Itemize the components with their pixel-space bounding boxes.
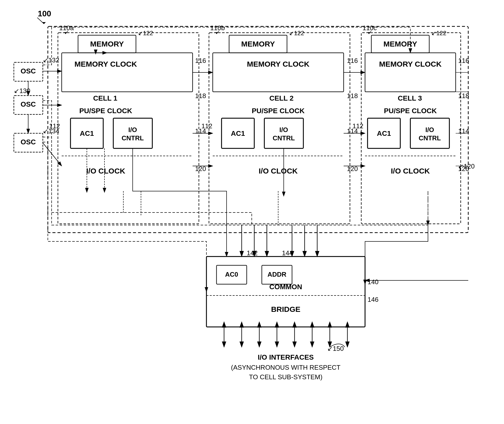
cell1-puspe: PU/SPE CLOCK <box>79 107 132 115</box>
cell2-io-clock: I/O CLOCK <box>259 167 298 175</box>
svg-marker-19 <box>215 32 218 34</box>
io-interfaces-sub2: TO CELL SUB-SYSTEM) <box>249 373 322 381</box>
cell2-ref116: 116 <box>347 57 358 64</box>
osc132-label: OSC <box>21 67 36 75</box>
cell2-memory-clock: MEMORY CLOCK <box>247 60 310 68</box>
svg-line-46 <box>43 143 62 166</box>
cell2-puspe: PU/SPE CLOCK <box>252 107 305 115</box>
diagram-container: 100 110a MEMORY ↙122 MEMORY CLOCK 116 CE… <box>0 0 504 424</box>
cell2-io-cntrl-line1: I/O <box>279 126 288 134</box>
svg-rect-21 <box>213 53 344 92</box>
common-label: COMMON <box>269 283 302 291</box>
cell3-ref112: 112 <box>352 122 363 130</box>
memory3-label: MEMORY <box>383 40 417 48</box>
cell2-label: CELL 2 <box>269 94 294 102</box>
osc134-ref: ↙134 <box>43 127 59 135</box>
cell1-ref118: 118 <box>195 92 206 100</box>
svg-rect-12 <box>62 53 193 92</box>
cell1-io-cntrl-line1: I/O <box>128 126 137 134</box>
cell3-memory-clock: MEMORY CLOCK <box>379 60 442 68</box>
addr-label: ADDR <box>267 271 286 278</box>
cell3-io-clock: I/O CLOCK <box>391 167 430 175</box>
svg-rect-7 <box>48 26 468 233</box>
io-interfaces-label: I/O INTERFACES <box>258 353 314 361</box>
cell3-ref118: 118 <box>458 92 469 100</box>
cell2-ref: 110b <box>210 24 225 32</box>
svg-rect-30 <box>365 53 456 92</box>
memory1-ref: ↙122 <box>138 30 153 36</box>
cell3-puspe: PU/SPE CLOCK <box>384 107 437 115</box>
memory1-label: MEMORY <box>90 40 124 48</box>
cell1-ref116: 116 <box>195 57 206 64</box>
cell1-label: CELL 1 <box>93 94 117 102</box>
osc130-ref: ↙130 <box>14 87 30 95</box>
io-interfaces-sub1: (ASYNCHRONOUS WITH RESPECT <box>231 364 341 371</box>
cell3-ac1: AC1 <box>377 130 391 137</box>
cell3-ref: 110c <box>363 24 377 32</box>
cell3-io-cntrl-line1: I/O <box>425 126 434 134</box>
cell1-io-cntrl-line2: CNTRL <box>122 134 144 142</box>
bridge-ref142: 142 <box>247 249 258 257</box>
cell2-io-cntrl-line2: CNTRL <box>273 134 295 142</box>
cell3-ref120b: ↙120 <box>458 162 475 170</box>
ref-100: 100 <box>38 9 51 18</box>
ac0-label: AC0 <box>225 271 238 278</box>
memory3-ref: ↙122 <box>431 30 446 36</box>
svg-line-5 <box>37 18 44 24</box>
bridge-label: BRIDGE <box>271 305 301 313</box>
bridge-ref144: 144 <box>282 249 293 257</box>
cell1-ref: 110a <box>59 24 74 32</box>
cell3-ref114: 114 <box>458 127 469 135</box>
memory2-label: MEMORY <box>241 40 275 48</box>
cell1-io-clock: I/O CLOCK <box>86 167 125 175</box>
svg-marker-28 <box>368 32 371 34</box>
osc134-label: OSC <box>21 138 36 146</box>
cell3-label: CELL 3 <box>398 94 422 102</box>
bridge-ref140: 140 <box>368 278 378 286</box>
cell1-ac1: AC1 <box>80 130 94 137</box>
cell2-ref118: 118 <box>347 92 358 100</box>
osc132-ref: ↙132 <box>43 56 59 64</box>
cell2-ref112: 112 <box>201 122 212 130</box>
memory2-ref: ↙122 <box>289 30 304 36</box>
svg-marker-10 <box>64 32 67 34</box>
bridge-ref146: 146 <box>368 296 378 303</box>
osc130-label: OSC <box>21 100 36 108</box>
cell1-memory-clock: MEMORY CLOCK <box>75 60 137 68</box>
cell3-io-cntrl-line2: CNTRL <box>419 134 441 142</box>
cell3-ref116a: 116 <box>458 57 469 64</box>
cell2-ac1: AC1 <box>231 130 245 137</box>
